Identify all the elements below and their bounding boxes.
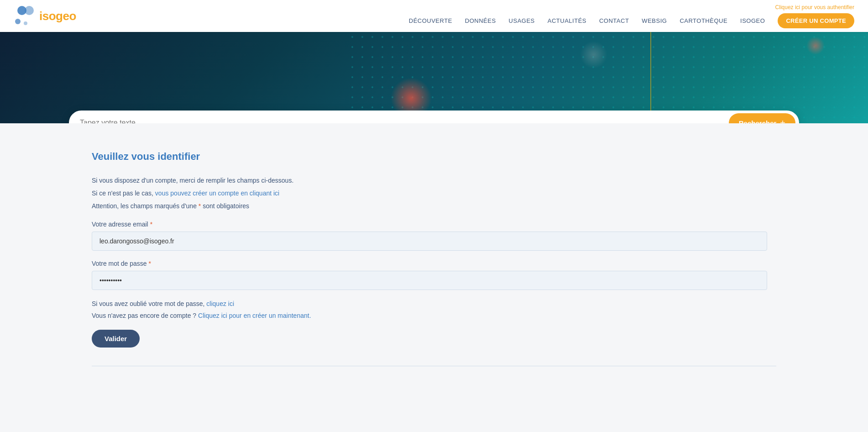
password-label: Votre mot de passe * [92,260,776,267]
info-line2-prefix: Si ce n'est pas le cas, [92,190,155,197]
create-account-link2[interactable]: Cliquez ici pour en créer un maintenant. [198,312,311,319]
hero-orb2-decoration [580,41,607,68]
logo[interactable]: isogeo [14,4,76,28]
navbar-right: Cliquez ici pour vous authentifier DÉCOU… [409,4,854,28]
logo-text: isogeo [39,9,76,23]
info-line1: Si vous disposez d'un compte, merci de r… [92,175,776,186]
nav-links: DÉCOUVERTE DONNÉES USAGES ACTUALITÉS CON… [409,13,854,28]
divider [92,366,776,366]
svg-point-1 [25,6,34,15]
navbar: isogeo Cliquez ici pour vous authentifie… [0,0,868,32]
search-button-label: Rechercher [739,119,777,124]
nav-isogeo[interactable]: ISOGEO [740,17,765,24]
forgot-password-link[interactable]: cliquez ici [206,300,234,307]
hero-banner: Rechercher + [0,32,868,123]
create-account-link[interactable]: vous pouvez créer un compte en cliquant … [155,190,279,197]
search-container: Rechercher + [69,111,799,123]
search-button[interactable]: Rechercher + [729,113,795,124]
password-group: Votre mot de passe * [92,260,776,290]
submit-button[interactable]: Valider [92,330,140,348]
search-bar: Rechercher + [69,111,799,123]
nav-usages[interactable]: USAGES [509,17,535,24]
password-input[interactable] [92,271,767,290]
email-group: Votre adresse email * [92,221,776,251]
main-content: Veuillez vous identifier Si vous dispose… [69,123,799,385]
navbar-left: isogeo [14,4,76,28]
forgot-line2: Vous n'avez pas encore de compte ? Cliqu… [92,310,776,321]
auth-link[interactable]: Cliquez ici pour vous authentifier [775,4,854,11]
nav-decouverte[interactable]: DÉCOUVERTE [409,17,452,24]
email-required-asterisk: * [150,221,152,228]
nav-cartotheque[interactable]: CARTOTHÈQUE [680,17,727,24]
svg-point-2 [15,19,21,24]
forgot-section: Si vous avez oublié votre mot de passe, … [92,298,776,321]
info-line2: Si ce n'est pas le cas, vous pouvez crée… [92,188,776,199]
hero-line-decoration [650,32,651,123]
hero-orb3-decoration [806,37,825,55]
svg-point-3 [24,21,27,25]
password-required-asterisk: * [149,260,151,267]
search-input[interactable] [80,119,729,123]
create-account-button[interactable]: CRÉER UN COMPTE [778,13,854,28]
info-line3-prefix: Attention, les champs marqués d'une [92,202,199,210]
logo-icon [14,4,37,28]
info-line3-suffix: sont obligatoires [201,202,249,210]
nav-actualites[interactable]: ACTUALITÉS [548,17,586,24]
email-label: Votre adresse email * [92,221,776,228]
info-section: Si vous disposez d'un compte, merci de r… [92,175,776,211]
nav-websig[interactable]: WEBSIG [642,17,667,24]
search-plus-icon: + [780,118,785,124]
forgot-line1: Si vous avez oublié votre mot de passe, … [92,298,776,310]
login-section-title: Veuillez vous identifier [92,151,776,163]
info-line3: Attention, les champs marqués d'une * so… [92,201,776,212]
email-input[interactable] [92,232,767,251]
nav-contact[interactable]: CONTACT [599,17,629,24]
nav-donnees[interactable]: DONNÉES [465,17,496,24]
